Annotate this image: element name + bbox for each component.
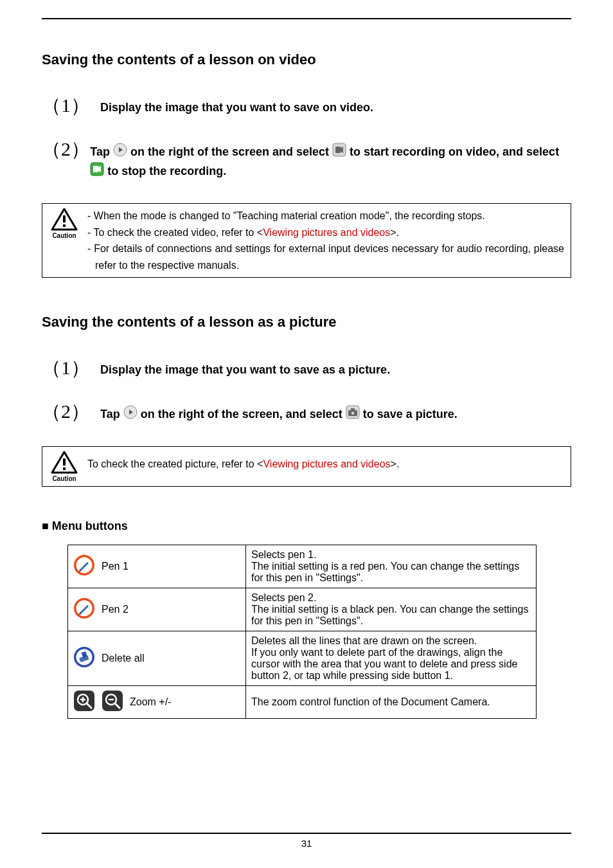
- text-fragment: >.: [391, 458, 400, 469]
- table-row: Zoom +/- The zoom control function of th…: [68, 686, 537, 719]
- menu-desc: Selects pen 1. The initial setting is a …: [246, 545, 537, 588]
- text-fragment: >.: [390, 227, 399, 238]
- caution-line: - When the mode is changed to "Teaching …: [87, 208, 564, 224]
- menu-label: Delete all: [102, 653, 145, 664]
- zoom-in-icon: [73, 690, 95, 714]
- table-row: Pen 2 Selects pen 2. The initial setting…: [68, 588, 537, 631]
- caution-line: - To check the created video, refer to <…: [87, 224, 564, 241]
- text-fragment: to stop the recording.: [107, 165, 226, 177]
- svg-rect-19: [63, 467, 66, 470]
- section2-step2: （2） Tap on the right of the screen, and …: [42, 402, 571, 424]
- section2-caution: Caution To check the created picture, re…: [42, 446, 571, 487]
- step-text: Tap on the right of the screen, and sele…: [100, 402, 458, 424]
- caution-label: Caution: [52, 475, 76, 482]
- step-number: （2）: [42, 140, 80, 159]
- page-number: 31: [301, 838, 312, 849]
- step-number: （2）: [42, 402, 90, 421]
- record-start-icon: [332, 143, 346, 162]
- menu-label: Pen 1: [102, 561, 129, 572]
- text-fragment: on the right of the screen, and select: [141, 408, 346, 420]
- step-number: （1）: [42, 96, 90, 115]
- warning-icon: [51, 208, 78, 233]
- viewing-link[interactable]: Viewing pictures and videos: [263, 227, 390, 238]
- warning-icon: [51, 451, 78, 476]
- menu-desc: Deletes all the lines that are drawn on …: [246, 631, 537, 686]
- step-text: Tap on the right of the screen and selec…: [90, 140, 571, 181]
- text-fragment: - To check the created video, refer to <: [87, 227, 263, 238]
- section1-step1: （1） Display the image that you want to s…: [42, 96, 571, 116]
- svg-rect-3: [335, 147, 341, 153]
- menu-desc: The zoom control function of the Documen…: [246, 686, 537, 719]
- svg-point-16: [351, 412, 354, 415]
- text-fragment: to start recording on video, and select: [350, 145, 559, 158]
- table-row: Delete all Deletes all the lines that ar…: [68, 631, 537, 686]
- menu-label: Pen 2: [102, 604, 129, 615]
- section1-step2: （2） Tap on the right of the screen and s…: [42, 140, 571, 181]
- svg-rect-18: [63, 458, 66, 466]
- viewing-link[interactable]: Viewing pictures and videos: [263, 458, 390, 469]
- caution-line: - For details of connections and setting…: [87, 240, 564, 273]
- section1-heading: Saving the contents of a lesson on video: [42, 51, 571, 68]
- step-text: Display the image that you want to save …: [100, 96, 373, 116]
- table-row: Pen 1 Selects pen 1. The initial setting…: [68, 545, 537, 588]
- menu-table: Pen 1 Selects pen 1. The initial setting…: [67, 545, 537, 719]
- record-stop-icon: [90, 162, 104, 181]
- pen2-icon: [73, 597, 95, 622]
- text-fragment: on the right of the screen and select: [130, 145, 332, 158]
- menu-label: Zoom +/-: [130, 696, 171, 708]
- caution-line: To check the created picture, refer to <…: [87, 456, 399, 473]
- record-play-icon: [123, 405, 138, 424]
- text-fragment: Tap: [100, 408, 123, 420]
- step-text: Display the image that you want to save …: [100, 358, 390, 379]
- svg-rect-10: [63, 224, 66, 227]
- caution-label: Caution: [52, 232, 76, 239]
- section2-heading: Saving the contents of a lesson as a pic…: [42, 314, 571, 330]
- zoom-out-icon: [102, 690, 123, 714]
- svg-rect-15: [351, 408, 355, 411]
- menu-heading: ■ Menu buttons: [42, 520, 571, 533]
- record-play-icon: [113, 143, 127, 162]
- section2-step1: （1） Display the image that you want to s…: [42, 358, 571, 379]
- pen1-icon: [73, 554, 95, 579]
- camera-capture-icon: [346, 405, 360, 424]
- text-fragment: Tap: [90, 145, 113, 158]
- svg-rect-9: [63, 215, 66, 222]
- svg-rect-6: [93, 166, 98, 172]
- text-fragment: to save a picture.: [363, 408, 458, 420]
- text-fragment: To check the created picture, refer to <: [87, 458, 263, 469]
- delete-all-icon: [73, 646, 95, 671]
- page-footer: 31: [42, 833, 571, 849]
- step-number: （1）: [42, 358, 90, 377]
- section1-caution: Caution - When the mode is changed to "T…: [42, 203, 571, 278]
- menu-desc: Selects pen 2. The initial setting is a …: [246, 588, 537, 631]
